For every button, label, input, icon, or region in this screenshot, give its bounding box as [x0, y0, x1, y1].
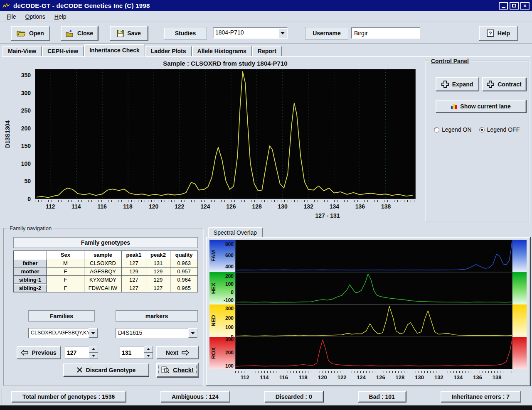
control-panel-group: Control Panel Expand Contract Show curre…: [425, 61, 530, 222]
spin-down-button[interactable]: [144, 353, 153, 359]
table-row[interactable]: motherFAGFSBQY 1291290.957: [14, 268, 198, 276]
arrow-right-icon: [182, 350, 189, 356]
next-button[interactable]: Next: [156, 346, 199, 359]
help-label: Help: [498, 30, 510, 37]
control-panel-title: Control Panel: [429, 58, 471, 64]
menu-item[interactable]: Options: [22, 12, 50, 21]
legend-off-radio[interactable]: [479, 127, 485, 133]
dropdown-arrow-icon[interactable]: [278, 28, 287, 38]
spin-up-button[interactable]: [144, 346, 153, 353]
status-readout: Inheritance errors : 7: [441, 391, 521, 402]
markers-dropdown[interactable]: D4S1615: [116, 328, 198, 338]
open-button[interactable]: Open: [11, 26, 50, 41]
column-header: Sex: [47, 251, 84, 259]
close-label: Close: [77, 30, 93, 37]
x-tick-label: 114: [260, 374, 268, 381]
y-tick-label: 600: [225, 253, 234, 258]
save-button[interactable]: Save: [110, 26, 148, 41]
legend-on-label[interactable]: Legend ON: [442, 126, 472, 133]
minimize-button[interactable]: [499, 2, 508, 10]
allele-annotation: 127 - 131: [294, 212, 361, 219]
main-x-axis: 1121141161181201221241261281301321341361…: [35, 203, 416, 211]
spin-up-button[interactable]: [89, 346, 98, 353]
studies-label: Studies: [164, 27, 207, 39]
x-tick-label: 116: [279, 374, 288, 381]
electropherogram-plot[interactable]: [35, 69, 416, 199]
menu-bar: FileOptionsHelp: [0, 11, 532, 22]
x-tick-label: 112: [241, 374, 249, 381]
open-folder-icon: [17, 30, 26, 37]
menu-item[interactable]: Help: [51, 12, 71, 21]
x-tick-label: 132: [304, 203, 313, 210]
save-disk-icon: [117, 30, 124, 37]
previous-button[interactable]: Previous: [17, 346, 61, 359]
column-header: peak2: [146, 251, 170, 259]
x-tick-label: 126: [376, 374, 385, 381]
hex-plot: [235, 272, 512, 304]
y-tick-label: 200: [225, 350, 234, 356]
tab[interactable]: Report: [252, 46, 282, 56]
x-tick-label: 122: [175, 203, 184, 210]
close-button[interactable]: ×: [520, 2, 530, 10]
legend-off-label[interactable]: Legend OFF: [487, 126, 520, 133]
tab[interactable]: Ladder Plots: [145, 46, 192, 56]
spectral-row-rox: ROX 100200300: [209, 337, 527, 369]
x-tick-label: 112: [46, 203, 55, 210]
peak2-input[interactable]: [120, 346, 144, 359]
tab[interactable]: Allele Histograms: [192, 46, 252, 56]
y-tick-label: 350: [21, 72, 31, 79]
tab[interactable]: CEPH-view: [42, 46, 84, 56]
y-tick-label: -100: [224, 297, 234, 303]
contract-cross-icon: [487, 81, 494, 88]
maximize-button[interactable]: [510, 2, 519, 10]
table-header-row: Sexsamplepeak1peak2quality: [14, 251, 198, 259]
column-header: quality: [170, 251, 198, 259]
column-header: sample: [84, 251, 122, 259]
y-tick-label: 200: [225, 273, 234, 279]
ned-right-strip: [512, 304, 527, 337]
spectral-overlap-tab[interactable]: Spectral Overlap: [208, 227, 263, 237]
expand-button[interactable]: Expand: [436, 77, 479, 91]
open-label: Open: [29, 30, 44, 37]
show-current-lane-label: Show current lane: [460, 103, 510, 110]
close-file-button[interactable]: Close: [61, 26, 98, 41]
families-label: Families: [28, 310, 95, 322]
studies-value: 1804-P710: [213, 28, 278, 38]
rox-plot: [235, 337, 512, 369]
peak1-input[interactable]: [65, 346, 89, 359]
spectral-row-hex: HEX -1000100200: [209, 272, 527, 304]
tab[interactable]: Inheritance Check: [84, 44, 145, 56]
fam-label-strip: FAM 400600800: [209, 240, 235, 272]
tab[interactable]: Main-View: [2, 46, 42, 56]
x-tick-label: 138: [381, 203, 391, 210]
check-button[interactable]: Check!: [156, 363, 199, 377]
rox-y-axis: 100200300: [221, 337, 235, 369]
show-current-lane-button[interactable]: Show current lane: [436, 100, 526, 113]
spectral-row-fam: FAM 400600800: [209, 240, 527, 272]
y-tick-label: 400: [225, 264, 234, 270]
x-tick-label: 134: [330, 203, 339, 210]
studies-dropdown[interactable]: 1804-P710: [213, 27, 288, 39]
triangle-down-icon: [92, 355, 95, 357]
contract-button[interactable]: Contract: [482, 77, 526, 91]
table-row[interactable]: fatherMCLSOXRD 1271310.963: [14, 259, 198, 268]
families-dropdown[interactable]: CLSOXRD,AGFSBQY,KY: [28, 328, 98, 338]
legend-on-radio[interactable]: [434, 127, 439, 133]
contract-label: Contract: [498, 81, 522, 88]
spin-down-button[interactable]: [89, 353, 98, 359]
table-row[interactable]: sibling-2FFDWCAHW 1271270.965: [14, 284, 198, 292]
y-tick-label: 200: [225, 315, 234, 321]
table-row[interactable]: sibling-1FKYXGMDY 1271290.964: [14, 276, 198, 284]
peak2-spinner: [120, 346, 153, 359]
dropdown-arrow-icon[interactable]: [89, 328, 98, 338]
help-button[interactable]: ? Help: [479, 26, 518, 41]
menu-item[interactable]: File: [3, 12, 21, 21]
y-axis-name: D13S1304: [4, 120, 11, 148]
family-navigation-group: Family navigation Family genotypes Sexsa…: [3, 228, 204, 386]
x-tick-label: 130: [415, 374, 424, 381]
discard-genotype-button[interactable]: Discard Genotype: [63, 363, 149, 376]
username-input[interactable]: [351, 27, 420, 39]
x-tick-label: 128: [252, 203, 261, 210]
expand-label: Expand: [452, 81, 473, 88]
dropdown-arrow-icon[interactable]: [188, 328, 197, 338]
